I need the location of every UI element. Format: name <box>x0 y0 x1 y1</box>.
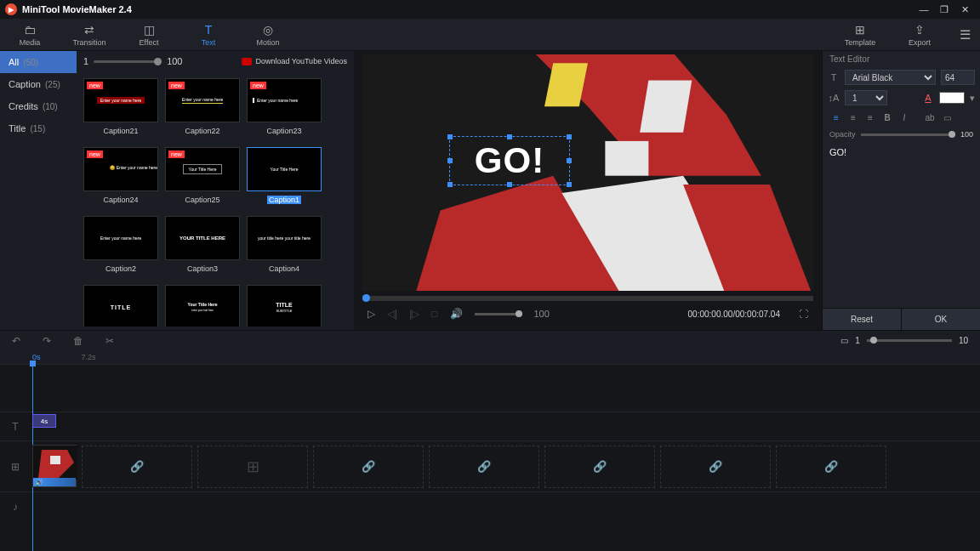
align-left-button[interactable]: ≡ <box>829 111 843 124</box>
overlay-text: GO! <box>475 140 544 181</box>
font-select[interactable]: Arial Black <box>845 70 936 85</box>
template-name: Caption24 <box>83 196 158 204</box>
text-content-field[interactable]: GO! <box>823 142 980 308</box>
preview-scrub[interactable] <box>362 296 813 301</box>
scale-select[interactable]: 1 <box>845 90 887 105</box>
opacity-row: Opacity 100 <box>823 127 980 142</box>
sidebar-item-title[interactable]: Title (15) <box>0 117 77 139</box>
timeline-tracks: T 4s ⊞ 🔊 🔗 ⊞ 🔗 🔗 🔗 🔗 🔗 ♪ <box>0 364 980 520</box>
stop-button[interactable]: □ <box>431 308 437 320</box>
delete-button[interactable]: 🗑 <box>73 335 83 347</box>
text-clip[interactable]: 4s <box>32 414 56 428</box>
template-item[interactable]: newEnter your name hereCaption22 <box>165 78 240 135</box>
media-tab[interactable]: 🗀Media <box>0 23 60 47</box>
opacity-label: Opacity <box>829 130 856 139</box>
sidebar-item-caption[interactable]: Caption (25) <box>0 73 77 95</box>
svg-marker-3 <box>640 81 692 133</box>
text-overlay-box[interactable]: GO! <box>449 136 570 185</box>
template-item[interactable]: Enter your name hereCaption2 <box>83 216 158 273</box>
font-icon: T <box>828 72 840 82</box>
minimize-button[interactable]: — <box>914 4 934 14</box>
template-item[interactable]: your title here your title hereCaption4 <box>247 216 322 273</box>
empty-slot[interactable]: 🔗 <box>82 446 192 488</box>
speaker-icon: 🔊 <box>35 479 43 486</box>
motion-tab[interactable]: ◎Motion <box>238 23 298 47</box>
menu-button[interactable]: ☰ <box>949 27 980 43</box>
folder-icon: 🗀 <box>0 23 60 37</box>
empty-slot[interactable]: 🔗 <box>313 446 424 488</box>
align-right-button[interactable]: ≡ <box>863 111 877 124</box>
audio-track[interactable]: ♪ <box>0 491 980 520</box>
template-item[interactable]: YOUR TITLE HERECaption3 <box>165 216 240 273</box>
template-item[interactable]: newYour Title HereCaption25 <box>165 147 240 204</box>
title-bar: ▶ MiniTool MovieMaker 2.4 — ❐ ✕ <box>0 0 980 19</box>
new-badge: new <box>87 82 103 89</box>
play-button[interactable]: ▷ <box>368 308 375 320</box>
font-size-input[interactable] <box>941 70 975 85</box>
cut-button[interactable]: ✂ <box>105 335 114 347</box>
fit-button[interactable]: ▭ <box>840 336 848 345</box>
empty-slot[interactable]: 🔗 <box>429 446 539 488</box>
template-item[interactable]: Your Title HereCaption1 <box>247 147 322 204</box>
empty-slot[interactable]: ⊞ <box>197 446 308 488</box>
outline-button[interactable]: ▭ <box>940 111 954 124</box>
zoom-min: 1 <box>855 336 860 345</box>
text-track-icon: T <box>0 421 31 433</box>
template-item[interactable]: TITLESUBTITLECaption7 <box>247 285 322 327</box>
next-frame-button[interactable]: |▷ <box>409 308 419 320</box>
template-item[interactable]: newEnter your name hereCaption21 <box>83 78 158 135</box>
timeline-zoom-slider[interactable] <box>867 339 952 342</box>
video-track-icon: ⊞ <box>0 461 31 473</box>
fullscreen-button[interactable]: ⛶ <box>799 309 808 319</box>
new-badge: new <box>250 82 266 89</box>
preview-canvas[interactable]: GO! <box>362 54 813 291</box>
timeline: 0s 7.2s T 4s ⊞ 🔊 🔗 ⊞ 🔗 🔗 🔗 🔗 � <box>0 350 980 551</box>
volume-icon[interactable]: 🔊 <box>450 308 463 320</box>
thumb-zoom-slider[interactable] <box>94 60 162 63</box>
volume-value: 100 <box>534 309 550 319</box>
empty-slot[interactable]: 🔗 <box>544 446 655 488</box>
thumb-zoom-min: 1 <box>83 56 88 66</box>
empty-slot[interactable]: 🔗 <box>776 446 886 488</box>
bold-button[interactable]: B <box>880 111 894 124</box>
effect-tab[interactable]: ◫Effect <box>119 23 179 47</box>
template-button[interactable]: ⊞Template <box>830 23 890 47</box>
template-item[interactable]: TITLECaption5 <box>83 285 158 327</box>
effect-icon: ◫ <box>119 23 179 37</box>
template-item[interactable]: newEnter your name hereCaption23 <box>247 78 322 135</box>
template-name: Caption23 <box>247 127 322 135</box>
template-item[interactable]: new😊 Enter your name hereCaption24 <box>83 147 158 204</box>
template-name: Caption1 <box>267 196 301 204</box>
template-grid: newEnter your name hereCaption21newEnter… <box>77 71 354 327</box>
export-button[interactable]: ⇪Export <box>890 23 949 47</box>
maximize-button[interactable]: ❐ <box>934 4 954 15</box>
timeline-ruler[interactable]: 0s 7.2s <box>0 350 980 364</box>
sidebar-item-all[interactable]: All (50) <box>0 51 77 73</box>
text-tab[interactable]: TText <box>179 23 238 47</box>
undo-button[interactable]: ↶ <box>12 335 20 347</box>
empty-slot[interactable]: 🔗 <box>660 446 771 488</box>
prev-frame-button[interactable]: ◁| <box>387 308 397 320</box>
youtube-download-link[interactable]: Download YouTube Videos <box>242 57 347 65</box>
volume-slider[interactable] <box>475 313 522 315</box>
template-item[interactable]: Your Title Hereenter your text hereCapti… <box>165 285 240 327</box>
template-name: Caption2 <box>83 264 158 273</box>
main-content: All (50) Caption (25) Credits (10) Title… <box>0 51 980 330</box>
italic-button[interactable]: I <box>897 111 911 124</box>
reset-button[interactable]: Reset <box>823 308 902 330</box>
transition-tab[interactable]: ⇄Transition <box>60 23 119 47</box>
video-clip[interactable]: 🔊 <box>32 445 77 487</box>
video-track[interactable]: ⊞ 🔊 🔗 ⊞ 🔗 🔗 🔗 🔗 🔗 <box>0 440 980 491</box>
opacity-slider[interactable] <box>861 133 955 136</box>
template-icon: ⊞ <box>830 23 890 37</box>
ok-button[interactable]: OK <box>902 308 980 330</box>
transition-icon: ⇄ <box>60 23 119 37</box>
redo-button[interactable]: ↷ <box>43 335 51 347</box>
export-icon: ⇪ <box>890 23 949 37</box>
highlight-button[interactable]: ab <box>923 111 937 124</box>
sidebar-item-credits[interactable]: Credits (10) <box>0 95 77 117</box>
close-button[interactable]: ✕ <box>954 4 975 15</box>
text-track[interactable]: T 4s <box>0 412 980 440</box>
align-center-button[interactable]: ≡ <box>846 111 860 124</box>
color-swatch[interactable] <box>939 92 965 104</box>
